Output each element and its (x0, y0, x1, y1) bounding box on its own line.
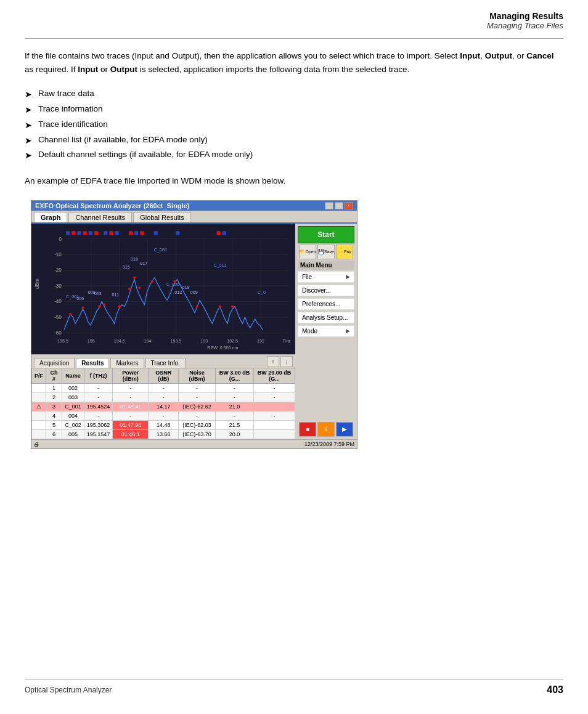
upload-icon[interactable]: ↑ (267, 356, 279, 367)
cell-name: 003 (62, 392, 84, 402)
cell-osnr: - (149, 383, 179, 392)
cell-bw3: 20.0 (216, 429, 254, 439)
cell-pf: ⚠ (32, 402, 46, 411)
cell-name: 002 (62, 383, 84, 392)
list-item: ➤ Raw trace data (25, 87, 563, 102)
col-bw3: BW 3.00 dB (G... (216, 368, 254, 383)
svg-point-35 (98, 305, 100, 307)
menu-item-discover[interactable]: Discover... (298, 285, 354, 296)
svg-rect-72 (140, 231, 144, 235)
cell-ch: 1 (46, 383, 62, 392)
page-footer: Optical Spectrum Analyzer 403 (25, 684, 563, 696)
tab-trace-info[interactable]: Trace Info. (145, 358, 186, 368)
tab-global-results[interactable]: Global Results (133, 212, 191, 222)
chapter-title: Managing Results (487, 11, 563, 21)
svg-rect-74 (176, 231, 179, 235)
svg-text:012: 012 (174, 290, 182, 295)
pause-button[interactable]: ⏸ (317, 422, 335, 437)
screenshot-container: EXFO Optical Spectrum Analyzer (260ct_Si… (31, 200, 357, 449)
cell-power: 01:46.1 (113, 429, 149, 439)
svg-point-36 (103, 303, 105, 306)
menu-item-label: Analysis Setup... (302, 314, 348, 321)
col-bw20: BW 20.00 dB (G... (254, 368, 295, 383)
bullet-arrow-icon: ➤ (25, 134, 32, 148)
bottom-action-buttons: ■ ⏸ ▶ (298, 422, 354, 437)
menu-item-mode[interactable]: Mode ▶ (298, 325, 354, 337)
play-button[interactable]: ▶ (336, 422, 353, 437)
bullet-arrow-icon: ➤ (25, 118, 32, 133)
example-paragraph: An example of EDFA trace file imported i… (25, 174, 563, 188)
col-osnr: OSNR (dB) (149, 368, 179, 383)
menu-section-title: Main Menu (298, 261, 354, 270)
bullet-arrow-icon: ➤ (25, 148, 32, 163)
maximize-button[interactable]: □ (335, 202, 343, 209)
intro-paragraph: If the file contains two traces (Input a… (25, 49, 563, 76)
svg-text:003: 003 (94, 291, 102, 296)
svg-point-34 (82, 306, 84, 309)
cell-power: 01:47.96 (113, 420, 149, 429)
chart-area: 0 -10 -20 -30 -40 -50 -60 dBm 195.5 195 … (31, 224, 295, 354)
tab-graph[interactable]: Graph (34, 212, 67, 222)
app-tab-bar: Graph Channel Results Global Results (31, 211, 357, 224)
cell-freq: - (84, 411, 113, 420)
start-button[interactable]: Start (298, 226, 354, 243)
svg-rect-71 (134, 231, 138, 235)
download-icon[interactable]: ↓ (280, 356, 293, 367)
cell-noise: (IEC)-62.62 (179, 402, 216, 411)
toolbar-row: 📂Open 💾Save ⭐Fav (298, 245, 354, 259)
svg-text:016: 016 (131, 257, 138, 262)
cell-freq: - (84, 383, 113, 392)
col-pf: P/F (32, 368, 46, 383)
save-button[interactable]: 💾Save (317, 245, 335, 259)
cell-osnr: 14.17 (149, 402, 179, 411)
svg-text:011: 011 (112, 293, 119, 298)
svg-text:009: 009 (190, 290, 198, 295)
menu-item-file[interactable]: File ▶ (298, 271, 354, 283)
cell-name: C_002 (62, 420, 84, 429)
cell-bw3: - (216, 383, 254, 392)
svg-point-37 (118, 305, 121, 307)
svg-text:015: 015 (123, 265, 130, 270)
bullet-text: Default channel settings (if available, … (38, 148, 253, 162)
tab-channel-results[interactable]: Channel Results (68, 212, 132, 222)
svg-text:-40: -40 (54, 299, 62, 304)
spectrum-chart: 0 -10 -20 -30 -40 -50 -60 dBm 195.5 195 … (31, 224, 295, 354)
svg-point-43 (196, 305, 198, 307)
svg-point-40 (138, 286, 141, 289)
cell-ch: 6 (46, 429, 62, 439)
cell-ch: 4 (46, 411, 62, 420)
minimize-button[interactable]: _ (325, 202, 333, 209)
cell-freq: 195.3062 (84, 420, 113, 429)
cell-osnr: - (149, 411, 179, 420)
svg-text:C_006: C_006 (166, 282, 179, 287)
menu-item-preferences[interactable]: Preferences... (298, 298, 354, 310)
svg-text:C_008: C_008 (154, 248, 167, 253)
list-item: ➤ Channel list (if available, for EDFA m… (25, 133, 563, 148)
menu-item-analysis-setup[interactable]: Analysis Setup... (298, 312, 354, 323)
svg-text:-10: -10 (54, 252, 62, 258)
tab-results[interactable]: Results (76, 358, 109, 368)
cell-pf (32, 383, 46, 392)
svg-text:C_0: C_0 (258, 290, 266, 295)
cell-noise: - (179, 383, 216, 392)
cell-bw3: - (216, 411, 254, 420)
cell-name: 004 (62, 411, 84, 420)
tab-markers[interactable]: Markers (110, 358, 144, 368)
cell-ch: 2 (46, 392, 62, 402)
close-button[interactable]: × (345, 202, 353, 209)
svg-rect-65 (89, 231, 92, 235)
menu-arrow-icon: ▶ (346, 274, 350, 280)
stop-button[interactable]: ■ (299, 422, 316, 437)
tab-acquisition[interactable]: Acquisition (34, 358, 75, 368)
svg-text:0: 0 (59, 236, 62, 241)
svg-text:193.5: 193.5 (170, 338, 181, 343)
fav-button[interactable]: ⭐Fav (336, 245, 353, 259)
cell-power: - (113, 392, 149, 402)
svg-text:dBm: dBm (35, 278, 40, 289)
open-button[interactable]: 📂Open (299, 245, 316, 259)
table-row: 6 005 195.1547 01:46.1 13.66 (IEC)-63.70… (32, 429, 295, 439)
svg-text:192.5: 192.5 (227, 338, 238, 343)
footer-product: Optical Spectrum Analyzer (25, 686, 112, 694)
menu-item-label: Mode (302, 328, 317, 335)
right-sidebar: Start 📂Open 💾Save ⭐Fav Main Menu File ▶ … (295, 224, 357, 439)
